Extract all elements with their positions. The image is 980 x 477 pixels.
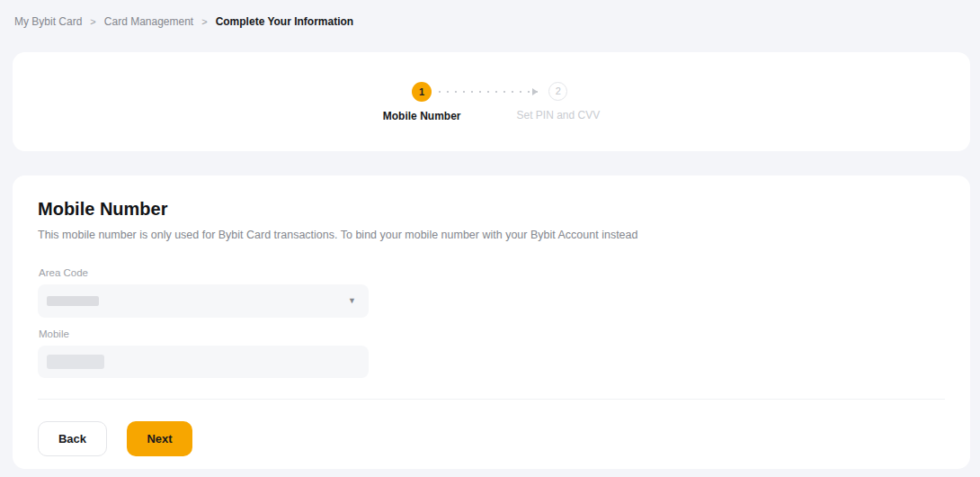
- step-mobile-number: 1 Mobile Number: [383, 82, 461, 122]
- step-2-label: Set PIN and CVV: [516, 109, 600, 122]
- mobile-number-form-card: Mobile Number This mobile number is only…: [13, 176, 970, 469]
- breadcrumb-card-management[interactable]: Card Management: [104, 15, 193, 29]
- redacted-mobile-value: [47, 355, 104, 369]
- step-set-pin-cvv: 2 Set PIN and CVV: [516, 82, 600, 122]
- stepper: 1 Mobile Number 2 Set PIN and CVV: [383, 82, 600, 122]
- area-code-label: Area Code: [39, 267, 369, 278]
- next-button[interactable]: Next: [127, 421, 192, 456]
- step-1-label: Mobile Number: [383, 110, 461, 122]
- breadcrumb: My Bybit Card > Card Management > Comple…: [0, 0, 980, 52]
- breadcrumb-separator-icon: >: [201, 15, 207, 29]
- step-2-circle: 2: [548, 82, 567, 101]
- breadcrumb-my-bybit-card[interactable]: My Bybit Card: [14, 15, 82, 29]
- mobile-label: Mobile: [39, 328, 369, 339]
- breadcrumb-separator-icon: >: [90, 15, 95, 29]
- page-title: Mobile Number: [38, 199, 945, 219]
- chevron-down-icon: ▼: [348, 297, 356, 305]
- redacted-area-code-value: [47, 296, 99, 306]
- area-code-select[interactable]: ▼: [38, 284, 369, 318]
- back-button[interactable]: Back: [38, 421, 107, 456]
- stepper-card: 1 Mobile Number 2 Set PIN and CVV: [13, 52, 970, 151]
- breadcrumb-current-page: Complete Your Information: [216, 15, 354, 29]
- stepper-connector-arrow-icon: [439, 91, 538, 93]
- mobile-field: Mobile: [38, 328, 369, 378]
- form-description: This mobile number is only used for Bybi…: [38, 228, 945, 242]
- divider: [38, 399, 945, 400]
- form-actions: Back Next: [38, 421, 945, 456]
- mobile-input[interactable]: [38, 346, 369, 378]
- step-1-circle: 1: [412, 82, 432, 102]
- page: My Bybit Card > Card Management > Comple…: [0, 0, 980, 477]
- area-code-field: Area Code ▼: [38, 267, 369, 318]
